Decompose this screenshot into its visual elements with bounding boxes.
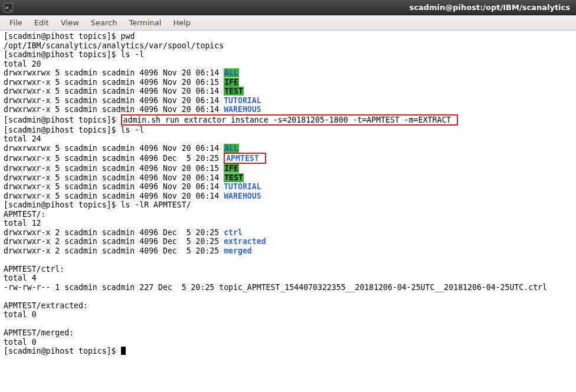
menu-file[interactable]: File bbox=[4, 16, 28, 29]
dir-ife: IFE bbox=[224, 164, 239, 173]
menu-help[interactable]: Help bbox=[167, 16, 197, 29]
terminal-icon: >_ bbox=[4, 3, 13, 12]
highlighted-dir: APMTEST bbox=[224, 153, 266, 164]
ls-row: drwxrwxr-x 5 scadmin scadmin 4096 Nov 20… bbox=[4, 96, 224, 105]
ls-row: drwxrwxr-x 5 scadmin scadmin 4096 Nov 20… bbox=[4, 78, 224, 87]
ls-row: drwxrwxr-x 2 scadmin scadmin 4096 Dec 5 … bbox=[4, 237, 224, 246]
section-header: APMTEST/merged: bbox=[4, 328, 74, 337]
prompt: [scadmin@pihost topics]$ bbox=[4, 50, 121, 59]
prompt: [scadmin@pihost topics]$ bbox=[4, 32, 121, 41]
prompt: [scadmin@pihost topics]$ bbox=[4, 347, 121, 355]
dir-warehous: WAREHOUS bbox=[224, 192, 261, 200]
total-line: total 20 bbox=[4, 60, 41, 68]
total-line: total 0 bbox=[4, 338, 37, 347]
dir-extracted: extracted bbox=[224, 237, 266, 246]
ls-row: drwxrwxr-x 5 scadmin scadmin 4096 Nov 20… bbox=[4, 192, 224, 200]
dir-tutorial: TUTORIAL bbox=[224, 96, 261, 105]
ls-row: drwxrwxrwx 5 scadmin scadmin 4096 Nov 20… bbox=[4, 144, 224, 153]
dir-merged: merged bbox=[224, 246, 252, 255]
prompt: [scadmin@pihost topics]$ bbox=[4, 200, 121, 209]
ls-row: drwxrwxr-x 5 scadmin scadmin 4096 Dec 5 … bbox=[4, 154, 224, 163]
menu-edit[interactable]: Edit bbox=[28, 16, 55, 29]
ls-row: drwxrwxr-x 5 scadmin scadmin 4096 Nov 20… bbox=[4, 173, 224, 182]
menu-terminal[interactable]: Terminal bbox=[123, 16, 167, 29]
total-line: total 24 bbox=[4, 134, 41, 143]
cmd-lslR: ls -lR APMTEST/ bbox=[121, 200, 191, 209]
dir-ctrl: ctrl bbox=[224, 228, 243, 237]
dir-ife: IFE bbox=[224, 78, 239, 87]
total-line: total 12 bbox=[4, 219, 41, 228]
total-line: total 4 bbox=[4, 274, 37, 282]
dir-test: TEST bbox=[224, 87, 244, 95]
ls-row: drwxrwxr-x 2 scadmin scadmin 4096 Dec 5 … bbox=[4, 246, 224, 255]
window-title: scadmin@pihost:/opt/IBM/scanalytics bbox=[18, 3, 572, 12]
ls-row: drwxrwxrwx 5 scadmin scadmin 4096 Nov 20… bbox=[4, 68, 224, 77]
section-header: APMTEST/extracted: bbox=[4, 301, 88, 310]
cursor bbox=[121, 347, 126, 355]
ls-row: drwxrwxr-x 5 scadmin scadmin 4096 Nov 20… bbox=[4, 87, 224, 95]
window-titlebar: >_ scadmin@pihost:/opt/IBM/scanalytics bbox=[0, 0, 576, 15]
total-line: total 0 bbox=[4, 310, 37, 319]
menubar: File Edit View Search Terminal Help bbox=[0, 15, 576, 31]
dir-test: TEST bbox=[224, 173, 244, 182]
dir-all: ALL bbox=[224, 68, 239, 77]
highlighted-command: admin.sh run extractor instance -s=20181… bbox=[121, 114, 459, 126]
menu-search[interactable]: Search bbox=[85, 16, 123, 29]
dir-all: ALL bbox=[224, 144, 239, 153]
menu-view[interactable]: View bbox=[55, 16, 85, 29]
cmd-ls: ls -l bbox=[121, 126, 145, 134]
dir-apmtest: APMTEST bbox=[226, 154, 259, 163]
cmd-pwd: pwd bbox=[121, 32, 135, 41]
ls-row: drwxrwxr-x 5 scadmin scadmin 4096 Nov 20… bbox=[4, 164, 224, 173]
section-header: APMTEST/ctrl: bbox=[4, 265, 64, 274]
dir-warehous: WAREHOUS bbox=[224, 105, 261, 114]
terminal-output[interactable]: [scadmin@pihost topics]$ pwd /opt/IBM/sc… bbox=[0, 31, 576, 360]
ls-row-file: -rw-rw-r-- 1 scadmin scadmin 227 Dec 5 2… bbox=[4, 283, 547, 292]
ls-row: drwxrwxr-x 5 scadmin scadmin 4096 Nov 20… bbox=[4, 182, 224, 191]
cmd-ls: ls -l bbox=[121, 50, 145, 59]
section-header: APMTEST/: bbox=[4, 210, 45, 219]
ls-row: drwxrwxr-x 2 scadmin scadmin 4096 Dec 5 … bbox=[4, 228, 224, 237]
prompt: [scadmin@pihost topics]$ bbox=[4, 126, 121, 134]
pwd-output: /opt/IBM/scanalytics/analytics/var/spool… bbox=[4, 41, 224, 50]
dir-tutorial: TUTORIAL bbox=[224, 182, 261, 191]
prompt: [scadmin@pihost topics]$ bbox=[4, 116, 121, 124]
ls-row: drwxrwxr-x 5 scadmin scadmin 4096 Nov 20… bbox=[4, 105, 224, 114]
